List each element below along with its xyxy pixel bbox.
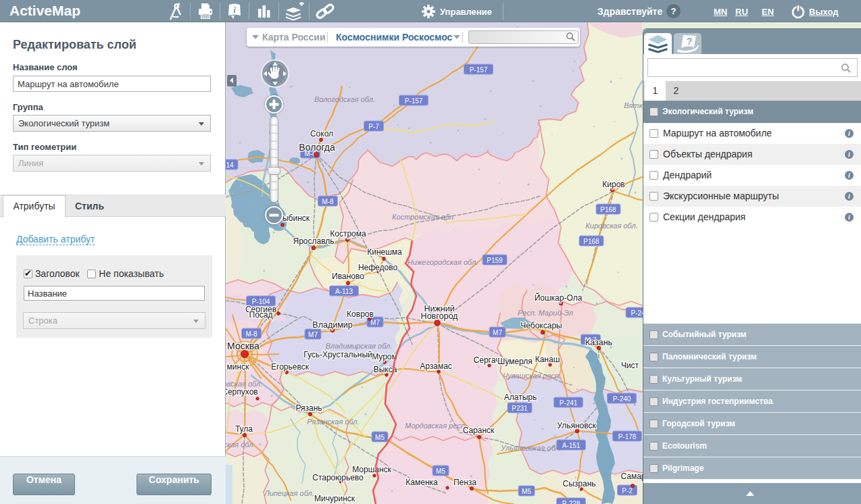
svg-text:Р-157: Р-157 bbox=[405, 97, 423, 105]
svg-text:М5: М5 bbox=[375, 434, 385, 441]
svg-text:М-8: М-8 bbox=[322, 198, 334, 205]
svg-text:Ковров: Ковров bbox=[347, 309, 374, 319]
svg-text:А-113: А-113 bbox=[335, 288, 353, 295]
svg-text:Чист: Чист bbox=[621, 361, 639, 370]
svg-text:Вологодская обл.: Вологодская обл. bbox=[314, 95, 375, 103]
svg-text:Р168: Р168 bbox=[583, 238, 599, 245]
svg-text:Р-241: Р-241 bbox=[560, 399, 578, 407]
svg-text:Респ. Марий-Эл: Респ. Марий-Эл bbox=[518, 309, 573, 317]
svg-text:i: i bbox=[233, 5, 236, 15]
svg-text:Москва: Москва bbox=[227, 341, 260, 351]
svg-text:Р168: Р168 bbox=[600, 206, 616, 213]
svg-text:М7: М7 bbox=[493, 329, 502, 336]
svg-text:Нефедово: Нефедово bbox=[358, 263, 398, 272]
svg-text:Пенза: Пенза bbox=[453, 478, 476, 487]
svg-text:Р-157: Р-157 bbox=[470, 66, 488, 74]
svg-text:Саранск: Саранск bbox=[463, 426, 495, 435]
svg-text:Муром: Муром bbox=[372, 352, 397, 361]
svg-text:Канаш: Канаш bbox=[535, 355, 560, 364]
svg-text:минск: минск bbox=[227, 362, 250, 372]
svg-text:Мичуринск: Мичуринск bbox=[314, 494, 355, 503]
svg-text:Владимир: Владимир bbox=[312, 320, 352, 330]
svg-text:Кировская обл.: Кировская обл. bbox=[585, 222, 637, 230]
svg-text:Киров: Киров bbox=[602, 180, 624, 189]
svg-text:Рязанская обл.: Рязанская обл. bbox=[307, 418, 359, 426]
svg-text:Йошкар-Ола: Йошкар-Ола bbox=[535, 293, 583, 303]
svg-text:Р-2: Р-2 bbox=[622, 487, 633, 495]
svg-text:Гусь-Хрустальный: Гусь-Хрустальный bbox=[303, 350, 372, 359]
svg-text:Сергач: Сергач bbox=[474, 355, 500, 365]
svg-text:Арзамас: Арзамас bbox=[420, 361, 452, 371]
svg-text:Тула: Тула bbox=[235, 424, 253, 434]
svg-text:Р-178: Р-178 bbox=[618, 433, 637, 440]
svg-text:М-8: М-8 bbox=[245, 330, 257, 338]
svg-text:Сызрань: Сызрань bbox=[562, 479, 595, 488]
svg-text:Чебоксары: Чебоксары bbox=[520, 321, 562, 330]
svg-text:Егорьевск: Егорьевск bbox=[271, 362, 310, 372]
svg-text:Новгород: Новгород bbox=[421, 311, 458, 321]
svg-text:Чувашская респ.: Чувашская респ. bbox=[503, 372, 561, 380]
svg-text:Кинешма: Кинешма bbox=[367, 247, 402, 257]
svg-text:М5: М5 bbox=[436, 468, 445, 475]
svg-text:Иваново: Иваново bbox=[332, 272, 364, 281]
svg-text:Шумерля: Шумерля bbox=[497, 357, 533, 366]
svg-text:Липецкая обл.: Липецкая обл. bbox=[264, 489, 314, 497]
svg-text:Рязань: Рязань bbox=[295, 403, 322, 413]
svg-text:Нижегородская обл.: Нижегородская обл. bbox=[408, 258, 478, 266]
svg-text:льская обл.: льская обл. bbox=[226, 440, 255, 449]
svg-text:Р159: Р159 bbox=[487, 257, 503, 264]
svg-text:Р-104: Р-104 bbox=[252, 298, 270, 305]
svg-text:Каменка: Каменка bbox=[405, 478, 438, 487]
svg-text:Алатырь: Алатырь bbox=[504, 393, 537, 402]
svg-text:14: 14 bbox=[226, 161, 234, 169]
svg-text:Староюрьево: Староюрьево bbox=[312, 473, 364, 482]
svg-text:Ярославль: Ярославль bbox=[293, 236, 334, 246]
svg-text:Р231: Р231 bbox=[512, 405, 528, 412]
svg-text:М5: М5 bbox=[522, 488, 531, 495]
svg-text:Костромская обл.: Костромская обл. bbox=[392, 213, 456, 221]
svg-text:Посад: Посад bbox=[249, 310, 273, 320]
svg-text:Вологда: Вологда bbox=[299, 142, 335, 153]
svg-text:Сокол: Сокол bbox=[310, 129, 333, 138]
svg-text:Владимирская обл.: Владимирская обл. bbox=[326, 342, 393, 350]
svg-text:Кострома: Кострома bbox=[330, 229, 366, 238]
svg-text:Мордовская респ.: Мордовская респ. bbox=[405, 422, 467, 430]
svg-text:Р-240: Р-240 bbox=[613, 395, 631, 403]
svg-text:?: ? bbox=[687, 36, 693, 47]
svg-text:Р-228: Р-228 bbox=[562, 500, 581, 504]
svg-text:М7: М7 bbox=[370, 319, 380, 326]
svg-text:Р-7: Р-7 bbox=[368, 123, 379, 130]
svg-text:Ульяновская обл.: Ульяновская обл. bbox=[500, 444, 561, 452]
svg-text:Казань: Казань bbox=[585, 338, 612, 347]
svg-text:А-151: А-151 bbox=[562, 442, 581, 449]
svg-text:Серпухов: Серпухов bbox=[226, 387, 258, 397]
svg-text:Ульяновск: Ульяновск bbox=[557, 421, 596, 430]
svg-text:М7: М7 bbox=[308, 331, 318, 338]
